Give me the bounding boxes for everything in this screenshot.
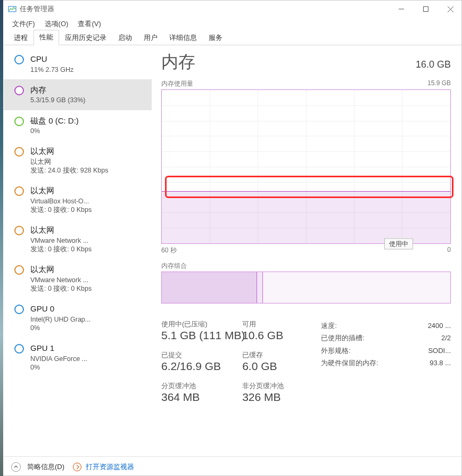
sidebar-sub2: 发送: 24.0 接收: 928 Kbps — [30, 166, 109, 175]
meta-label-speed: 速度: — [321, 319, 337, 332]
tabs: 进程 性能 应用历史记录 启动 用户 详细信息 服务 — [4, 30, 462, 45]
ethernet-ring-icon — [14, 147, 24, 157]
sidebar-sub2: 0% — [30, 324, 90, 332]
sidebar-title: 内存 — [30, 85, 86, 95]
sidebar-sub: 0% — [30, 127, 79, 135]
stat-value-committed: 6.2/16.9 GB — [161, 360, 229, 373]
sidebar-sub2: 发送: 0 接收: 0 Kbps — [30, 206, 92, 214]
sidebar-title: 以太网 — [30, 185, 92, 196]
resource-monitor-link[interactable]: 打开资源监视器 — [86, 463, 134, 471]
composition-label: 内存组合 — [161, 261, 451, 270]
stat-label-avail: 可用 — [242, 319, 310, 329]
resource-monitor-icon — [73, 463, 81, 471]
sidebar-title: 以太网 — [30, 146, 109, 157]
task-manager-window: 任务管理器 文件(F) 选项(O) 查看(V) 进程 性能 应用历史记录 启动 … — [4, 1, 462, 476]
sidebar-item-ethernet-0[interactable]: 以太网 以太网 发送: 24.0 接收: 928 Kbps — [4, 141, 152, 180]
chevron-up-icon[interactable] — [11, 462, 21, 472]
graph-x-left: 60 秒 — [161, 246, 177, 255]
window-title: 任务管理器 — [20, 4, 54, 14]
performance-sidebar: CPU 11% 2.73 GHz 内存 5.3/15.9 GB (33%) 磁盘… — [4, 45, 152, 456]
sidebar-title: GPU 1 — [30, 343, 87, 354]
sidebar-sub: NVIDIA GeForce ... — [30, 355, 87, 363]
menu-view[interactable]: 查看(V) — [75, 18, 104, 30]
tab-startup[interactable]: 启动 — [112, 30, 138, 45]
app-icon — [8, 5, 16, 13]
sidebar-sub: 5.3/15.9 GB (33%) — [30, 96, 86, 104]
stat-label-inuse: 使用中(已压缩) — [161, 319, 229, 329]
sidebar-sub: 以太网 — [30, 158, 109, 166]
titlebar[interactable]: 任务管理器 — [4, 1, 462, 18]
detail-pane: 内存 16.0 GB 内存使用量 15.9 GB 使用中 — [152, 45, 462, 456]
menu-options[interactable]: 选项(O) — [42, 18, 72, 30]
sidebar-item-gpu-0[interactable]: GPU 0 Intel(R) UHD Grap... 0% — [4, 298, 152, 338]
sidebar-item-disk-0[interactable]: 磁盘 0 (C: D:) 0% — [4, 110, 152, 141]
memory-total: 16.0 GB — [416, 59, 451, 70]
sidebar-sub: Intel(R) UHD Grap... — [30, 315, 90, 324]
svg-rect-2 — [424, 7, 428, 12]
sidebar-item-memory[interactable]: 内存 5.3/15.9 GB (33%) — [4, 79, 152, 110]
detail-title: 内存 — [161, 51, 195, 74]
close-button[interactable] — [438, 1, 462, 18]
sidebar-item-cpu[interactable]: CPU 11% 2.73 GHz — [4, 48, 152, 79]
sidebar-sub: VMware Network ... — [30, 276, 92, 284]
sidebar-item-ethernet-3[interactable]: 以太网 VMware Network ... 发送: 0 接收: 0 Kbps — [4, 259, 152, 298]
meta-value-form: SODI... — [428, 344, 451, 357]
memory-ring-icon — [14, 86, 24, 95]
tab-details[interactable]: 详细信息 — [163, 30, 203, 45]
tab-users[interactable]: 用户 — [138, 30, 163, 45]
memory-composition-graph[interactable] — [161, 272, 451, 303]
minimize-button[interactable] — [389, 1, 414, 18]
sidebar-sub: VMware Network ... — [30, 236, 92, 245]
svg-rect-0 — [9, 6, 16, 12]
usage-graph-label: 内存使用量 — [161, 79, 193, 88]
sidebar-title: 磁盘 0 (C: D:) — [30, 116, 79, 126]
footer: 简略信息(D) 打开资源监视器 — [4, 456, 462, 476]
cpu-ring-icon — [14, 55, 24, 64]
fewer-details-link[interactable]: 简略信息(D) — [27, 462, 64, 472]
sidebar-sub2: 0% — [30, 363, 87, 372]
inuse-marker-label: 使用中 — [384, 239, 413, 250]
graph-x-right: 0 — [447, 246, 451, 255]
maximize-button[interactable] — [414, 1, 438, 18]
tab-app-history[interactable]: 应用历史记录 — [59, 30, 112, 45]
sidebar-sub: VirtualBox Host-O... — [30, 197, 92, 206]
sidebar-item-ethernet-2[interactable]: 以太网 VMware Network ... 发送: 0 接收: 0 Kbps — [4, 219, 152, 259]
meta-label-slots: 已使用的插槽: — [321, 332, 365, 344]
tab-performance[interactable]: 性能 — [34, 30, 59, 45]
stat-label-nonpaged: 非分页缓冲池 — [242, 381, 310, 391]
sidebar-title: CPU — [30, 54, 73, 64]
sidebar-sub2: 发送: 0 接收: 0 Kbps — [30, 284, 92, 293]
sidebar-title: 以太网 — [30, 264, 92, 275]
meta-value-speed: 2400 ... — [428, 319, 451, 332]
meta-value-slots: 2/2 — [441, 332, 451, 344]
stat-value-avail: 10.6 GB — [242, 329, 310, 342]
sidebar-item-gpu-1[interactable]: GPU 1 NVIDIA GeForce ... 0% — [4, 338, 152, 377]
ethernet-ring-icon — [14, 226, 24, 235]
disk-ring-icon — [14, 117, 24, 126]
menu-file[interactable]: 文件(F) — [9, 18, 38, 30]
stat-label-cached: 已缓存 — [242, 350, 310, 360]
stat-label-committed: 已提交 — [161, 350, 229, 360]
stat-value-nonpaged: 326 MB — [242, 391, 310, 404]
memory-fill — [162, 191, 450, 243]
tab-services[interactable]: 服务 — [203, 30, 228, 45]
meta-label-form: 外形规格: — [321, 344, 351, 357]
sidebar-title: 以太网 — [30, 225, 92, 235]
sidebar-item-ethernet-1[interactable]: 以太网 VirtualBox Host-O... 发送: 0 接收: 0 Kbp… — [4, 180, 152, 219]
usage-graph-max: 15.9 GB — [427, 79, 451, 88]
stat-value-inuse: 5.1 GB (111 MB) — [161, 329, 229, 342]
stat-value-cached: 6.0 GB — [242, 360, 310, 373]
ethernet-ring-icon — [14, 265, 24, 275]
stat-label-paged: 分页缓冲池 — [161, 381, 229, 391]
ethernet-ring-icon — [14, 186, 24, 196]
sidebar-sub: 11% 2.73 GHz — [30, 65, 73, 74]
meta-value-reserved: 93.8 ... — [430, 357, 451, 369]
meta-label-reserved: 为硬件保留的内存: — [321, 357, 378, 369]
tab-processes[interactable]: 进程 — [8, 30, 34, 45]
gpu-ring-icon — [14, 305, 24, 314]
sidebar-title: GPU 0 — [30, 303, 90, 314]
menubar: 文件(F) 选项(O) 查看(V) — [4, 18, 462, 30]
sidebar-sub2: 发送: 0 接收: 0 Kbps — [30, 245, 92, 253]
memory-usage-graph[interactable]: 使用中 — [161, 89, 451, 244]
stat-value-paged: 364 MB — [161, 391, 229, 404]
